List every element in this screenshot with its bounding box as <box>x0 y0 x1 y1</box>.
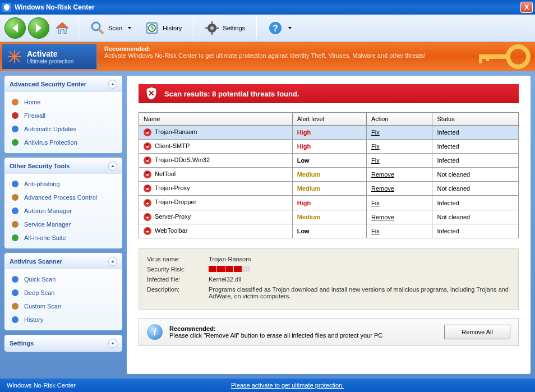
sidebar-item[interactable]: Firewall <box>7 109 119 122</box>
risk-segment <box>242 266 250 272</box>
threat-action[interactable]: Remove <box>367 210 432 224</box>
threat-action[interactable]: Fix <box>367 126 432 140</box>
sidebar-item[interactable]: Antivirus Protection <box>7 136 119 149</box>
table-row[interactable]: Client-SMTPHighFixInfected <box>139 140 519 154</box>
table-row[interactable]: Trojan-RansomHighFixInfected <box>139 126 519 140</box>
threat-icon <box>144 227 151 235</box>
item-icon <box>11 233 20 242</box>
panel-header[interactable]: Antivirus Scanner <box>5 253 122 269</box>
recommend-body: Please click "Remove All" button to eras… <box>169 332 437 339</box>
table-row[interactable]: Server-ProxyMediumRemoveNot cleaned <box>139 210 519 224</box>
history-label: History <box>163 25 182 31</box>
threat-alert: High <box>292 196 366 210</box>
sidebar-item-label: Home <box>24 99 40 105</box>
close-button[interactable]: X <box>520 2 533 13</box>
sidebar-item-label: Anti-phishing <box>24 181 60 187</box>
svg-point-31 <box>12 289 19 296</box>
panel-header[interactable]: Settings <box>5 335 122 351</box>
status-activate-link[interactable]: Please activate to get ultimate protecti… <box>231 382 344 389</box>
scan-results-bar: ✕ Scan results: 8 potential threats foun… <box>139 84 519 103</box>
threat-name: Server-Proxy <box>139 210 293 224</box>
sidebar-item[interactable]: Home <box>7 95 119 109</box>
sidebar-item[interactable]: Quick Scan <box>7 273 119 286</box>
svg-point-26 <box>12 194 19 201</box>
sidebar-item[interactable]: Service Manager <box>7 218 119 231</box>
threat-action[interactable]: Remove <box>367 182 432 196</box>
history-icon <box>145 21 159 35</box>
remove-all-button[interactable]: Remove All <box>444 325 510 339</box>
settings-label: Settings <box>223 25 245 31</box>
risk-segment <box>217 266 225 272</box>
threat-action[interactable]: Fix <box>367 196 432 210</box>
chevron-down-icon <box>128 27 131 29</box>
sidebar-item[interactable]: Autorun Manager <box>7 204 119 218</box>
table-row[interactable]: WebToolbarLowFixInfected <box>139 224 519 238</box>
help-button[interactable]: ? <box>262 19 297 38</box>
sidebar-item[interactable]: Anti-phishing <box>7 177 119 191</box>
panel-header[interactable]: Advanced Security Center <box>5 76 122 92</box>
sidebar-item-label: Advanced Process Control <box>24 194 97 201</box>
col-name[interactable]: Name <box>139 113 293 126</box>
svg-text:✕: ✕ <box>148 89 155 98</box>
back-button[interactable] <box>4 17 26 39</box>
sidebar-item[interactable]: Automatic Updates <box>7 122 119 136</box>
recommendation-banner: Activate Ultimate protection Recommended… <box>0 42 535 71</box>
threat-action[interactable]: Fix <box>367 224 432 238</box>
svg-point-27 <box>12 207 19 214</box>
table-row[interactable]: NetToolMediumRemoveNot cleaned <box>139 168 519 182</box>
threat-alert: Medium <box>292 168 366 182</box>
sidebar-item[interactable]: Custom Scan <box>7 299 119 313</box>
threat-action[interactable]: Remove <box>367 168 432 182</box>
table-row[interactable]: Trojan-DDoS.Win32LowFixInfected <box>139 154 519 168</box>
recommendation-bar: i Recommended: Please click "Remove All"… <box>139 318 519 346</box>
sidebar-item[interactable]: History <box>7 313 119 326</box>
activate-button[interactable]: Activate Ultimate protection <box>2 44 97 70</box>
panel-header[interactable]: Other Security Tools <box>5 158 122 174</box>
info-icon: i <box>147 324 163 340</box>
svg-line-2 <box>99 29 103 34</box>
threat-name: WebToolbar <box>139 224 293 238</box>
svg-rect-10 <box>216 27 219 29</box>
threat-details: Virus name:Trojan-Ransom Security Risk: … <box>139 248 519 310</box>
sidebar-item[interactable]: All-in-one Suite <box>7 231 119 245</box>
forward-button[interactable] <box>28 17 49 39</box>
sidebar-item-label: History <box>24 316 43 323</box>
sidebar: Advanced Security CenterHomeFirewallAuto… <box>4 76 122 374</box>
help-icon: ? <box>268 21 283 35</box>
threat-icon <box>144 128 151 136</box>
history-button[interactable]: History <box>139 19 187 38</box>
sidebar-item-label: Quick Scan <box>24 276 56 283</box>
panel-body: Quick ScanDeep ScanCustom ScanHistory <box>5 269 122 330</box>
threat-icon <box>144 170 151 178</box>
col-action[interactable]: Action <box>367 113 432 126</box>
panel-title: Settings <box>10 340 34 347</box>
settings-button[interactable]: Settings <box>199 19 251 38</box>
threat-status: Not cleaned <box>432 182 519 196</box>
sidebar-item-label: All-in-one Suite <box>24 234 66 241</box>
threat-action[interactable]: Fix <box>367 154 432 168</box>
banner-heading: Recommended: <box>104 45 462 52</box>
panel-body: Anti-phishingAdvanced Process ControlAut… <box>5 174 122 248</box>
scan-button[interactable]: Scan <box>85 19 137 38</box>
key-icon <box>468 42 535 71</box>
threat-icon <box>144 156 151 164</box>
col-status[interactable]: Status <box>432 113 519 126</box>
item-icon <box>11 124 20 133</box>
threat-status: Infected <box>432 154 519 168</box>
table-row[interactable]: Trojan-ProxyMediumRemoveNot cleaned <box>139 182 519 196</box>
col-alert[interactable]: Alert level <box>292 113 366 126</box>
sidebar-item[interactable]: Advanced Process Control <box>7 191 119 204</box>
titlebar: Windows No-Risk Center X <box>0 0 535 15</box>
table-row[interactable]: Trojan-DropperHighFixInfected <box>139 196 519 210</box>
item-icon <box>11 138 20 147</box>
item-icon <box>11 220 20 229</box>
virus-name-label: Virus name: <box>147 256 209 262</box>
item-icon <box>11 288 20 297</box>
main-area: Advanced Security CenterHomeFirewallAuto… <box>0 71 535 379</box>
sidebar-item[interactable]: Deep Scan <box>7 286 119 299</box>
item-icon <box>11 179 20 188</box>
home-button[interactable] <box>52 17 73 39</box>
threat-action[interactable]: Fix <box>367 140 432 154</box>
infected-file-value: Kernel32.dll <box>209 276 510 283</box>
threat-status: Infected <box>432 196 519 210</box>
